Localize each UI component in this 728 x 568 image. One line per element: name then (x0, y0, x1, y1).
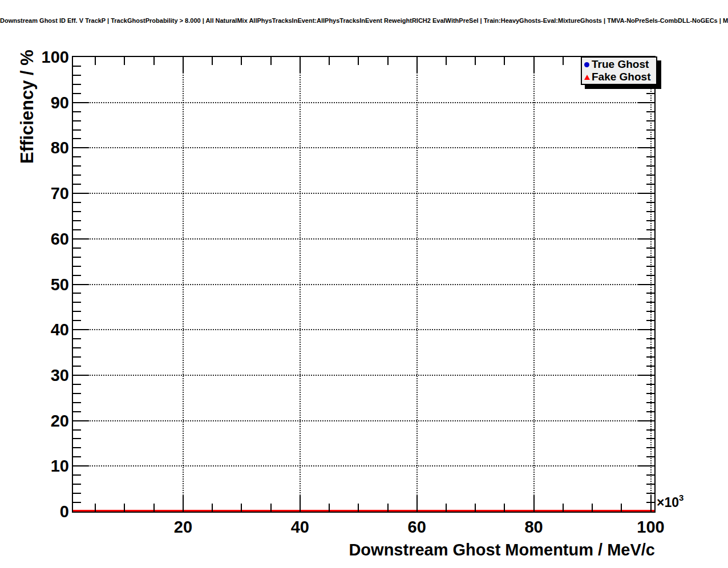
x-minor-tick (241, 57, 242, 65)
y-minor-tick (73, 474, 81, 476)
y-minor-tick (646, 266, 654, 267)
y-minor-tick (646, 438, 654, 439)
y-minor-tick (646, 411, 654, 412)
y-minor-tick (73, 429, 81, 431)
y-major-tick (73, 102, 89, 103)
y-minor-tick (73, 257, 81, 258)
y-major-tick (638, 102, 654, 103)
y-minor-tick (646, 184, 654, 185)
y-minor-tick (646, 138, 654, 139)
y-minor-tick (646, 447, 654, 448)
legend-box: True Ghost Fake Ghost (581, 56, 657, 85)
y-minor-tick (73, 338, 81, 339)
x-tick-label: 80 (505, 518, 563, 536)
y-minor-tick (73, 175, 81, 176)
x-minor-tick (95, 57, 96, 65)
plot-frame (72, 56, 656, 513)
y-minor-tick (73, 366, 81, 367)
y-minor-tick (73, 320, 81, 321)
y-minor-tick (646, 484, 654, 485)
y-minor-tick (73, 393, 81, 394)
y-minor-tick (646, 356, 654, 358)
y-minor-tick (646, 402, 654, 403)
x-minor-tick (153, 504, 155, 512)
legend-label: Fake Ghost (592, 71, 650, 83)
y-major-tick (638, 193, 654, 194)
y-major-tick (638, 238, 654, 240)
y-minor-tick (73, 275, 81, 276)
legend-label: True Ghost (592, 58, 649, 71)
y-minor-tick (73, 202, 81, 203)
y-gridline (73, 329, 654, 330)
y-minor-tick (73, 93, 81, 94)
y-minor-tick (646, 320, 654, 321)
y-axis-title: Efficiency / % (17, 50, 38, 164)
x-gridline (533, 57, 535, 512)
y-minor-tick (73, 456, 81, 457)
x-minor-tick (475, 57, 476, 65)
x-major-tick (300, 57, 301, 73)
x-minor-tick (504, 57, 505, 65)
plot-title: Downstream Ghost ID Eff. V TrackP | Trac… (0, 17, 728, 24)
x-gridline (183, 57, 184, 512)
y-major-tick (638, 329, 654, 330)
y-minor-tick (73, 84, 81, 85)
y-minor-tick (73, 220, 81, 221)
y-gridline (73, 238, 654, 240)
y-minor-tick (73, 266, 81, 267)
circle-icon (582, 62, 592, 67)
y-minor-tick (73, 447, 81, 448)
x-minor-tick (387, 57, 389, 65)
y-gridline (73, 284, 654, 285)
x-minor-tick (475, 504, 476, 512)
y-minor-tick (646, 393, 654, 394)
y-major-tick (638, 284, 654, 285)
y-minor-tick (73, 302, 81, 303)
y-major-tick (638, 420, 654, 421)
y-major-tick (73, 147, 89, 148)
y-minor-tick (646, 275, 654, 276)
y-minor-tick (73, 356, 81, 358)
x-minor-tick (270, 57, 272, 65)
y-minor-tick (646, 384, 654, 385)
y-minor-tick (73, 165, 81, 167)
y-minor-tick (73, 120, 81, 121)
y-minor-tick (73, 211, 81, 212)
y-minor-tick (73, 111, 81, 112)
y-tick-label: 40 (0, 320, 69, 339)
y-tick-label: 0 (0, 502, 69, 521)
x-minor-tick (358, 504, 359, 512)
x-minor-tick (270, 504, 272, 512)
x-tick-label: 60 (389, 518, 446, 536)
y-tick-label: 10 (0, 456, 69, 476)
y-minor-tick (73, 75, 81, 76)
x-minor-tick (124, 57, 125, 65)
y-minor-tick (646, 229, 654, 230)
x-axis-title: Downstream Ghost Momentum / MeV/c (349, 541, 655, 559)
x-major-tick (416, 57, 418, 73)
y-major-tick (73, 420, 89, 421)
x-minor-tick (358, 57, 359, 65)
fake-ghost-data-line (73, 510, 654, 512)
y-minor-tick (646, 248, 654, 249)
y-minor-tick (646, 493, 654, 494)
y-tick-label: 50 (0, 275, 69, 294)
exponent-base: ×10 (657, 495, 679, 510)
x-minor-tick (563, 504, 564, 512)
y-minor-tick (73, 384, 81, 385)
y-minor-tick (646, 120, 654, 121)
x-major-tick (533, 496, 535, 512)
y-minor-tick (646, 156, 654, 157)
y-minor-tick (73, 502, 81, 503)
y-major-tick (73, 465, 89, 466)
y-gridline (73, 420, 654, 421)
y-minor-tick (646, 165, 654, 167)
y-minor-tick (646, 429, 654, 431)
y-minor-tick (73, 484, 81, 485)
y-minor-tick (646, 366, 654, 367)
x-tick-label: 20 (155, 518, 212, 536)
x-gridline (300, 57, 301, 512)
x-minor-tick (212, 57, 213, 65)
x-minor-tick (95, 504, 96, 512)
y-minor-tick (646, 302, 654, 303)
